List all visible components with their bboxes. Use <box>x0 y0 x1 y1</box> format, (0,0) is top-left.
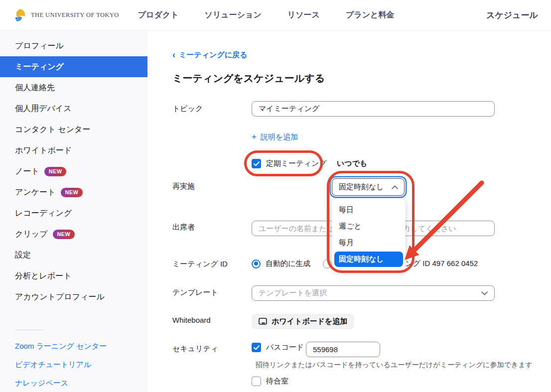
sidebar-link-knowledge-base[interactable]: ナレッジベース <box>15 374 107 392</box>
sidebar-item-personal-contacts[interactable]: 個人連絡先 <box>0 77 147 98</box>
passcode-label: パスコード <box>266 343 304 352</box>
sidebar-item-profile[interactable]: プロフィール <box>0 35 147 56</box>
passcode-help-text: 招待リンクまたはパスコードを持っているユーザーだけがミーティングに参加できます <box>256 361 533 370</box>
sidebar-link-video-tutorials[interactable]: ビデオチュートリアル <box>15 356 107 374</box>
passcode-input[interactable] <box>306 342 380 357</box>
sidebar-item-surveys[interactable]: アンケートNEW <box>0 182 147 203</box>
template-select[interactable]: テンプレートを選択 <box>252 285 495 301</box>
waiting-room-checkbox[interactable] <box>252 377 261 386</box>
check-icon <box>254 161 260 166</box>
template-label: テンプレート <box>172 288 218 297</box>
add-description-link[interactable]: + 説明を追加 <box>252 132 298 142</box>
ginkgo-leaf-icon <box>12 8 27 23</box>
meeting-id-auto-option[interactable]: 自動的に生成 <box>252 259 310 268</box>
sidebar-item-settings[interactable]: 設定 <box>0 245 147 265</box>
nav-plans-pricing[interactable]: プランと料金 <box>346 10 395 20</box>
sidebar-divider <box>15 330 44 330</box>
sidebar: プロフィール ミーティング 個人連絡先 個人用デバイス コンタクト センター ホ… <box>0 31 147 392</box>
top-header: THE UNIVERSITY OF TOKYO プロダクト ソリューション リソ… <box>0 0 551 31</box>
passcode-checkbox[interactable] <box>252 343 261 352</box>
sidebar-item-meetings[interactable]: ミーティング <box>0 56 147 77</box>
back-to-meetings-link[interactable]: ‹ ミーティングに戻る <box>172 50 247 60</box>
nav-products[interactable]: プロダクト <box>138 10 179 20</box>
radio-selected-icon[interactable] <box>252 260 261 268</box>
new-badge: NEW <box>53 230 75 239</box>
whiteboard-icon <box>259 318 267 325</box>
recurrence-option-monthly[interactable]: 毎月 <box>332 235 406 251</box>
new-badge: NEW <box>61 188 83 197</box>
sidebar-item-recordings[interactable]: レコーディング <box>0 203 147 224</box>
sidebar-item-reports[interactable]: 分析とレポート <box>0 265 147 286</box>
passcode-row: パスコード <box>252 343 304 352</box>
university-of-tokyo-logo[interactable]: THE UNIVERSITY OF TOKYO <box>12 8 119 23</box>
check-icon <box>254 345 260 350</box>
recurrence-dropdown-menu: 毎日 週ごと 毎月 固定時刻なし <box>332 198 406 270</box>
recurrence-option-daily[interactable]: 毎日 <box>332 202 406 218</box>
plus-icon: + <box>252 132 257 142</box>
nav-resources[interactable]: リソース <box>287 10 320 20</box>
topic-label: トピック <box>172 104 203 114</box>
sidebar-link-learning-center[interactable]: Zoom ラーニング センター <box>15 337 107 356</box>
attendees-label: 出席者 <box>172 223 195 232</box>
logo-text: THE UNIVERSITY OF TOKYO <box>31 11 119 19</box>
waiting-room-row: 待合室 <box>252 377 288 386</box>
sidebar-menu: プロフィール ミーティング 個人連絡先 個人用デバイス コンタクト センター ホ… <box>0 31 147 307</box>
recurrence-label: 再実施 <box>172 182 195 191</box>
nav-solutions[interactable]: ソリューション <box>205 10 262 20</box>
topic-input[interactable] <box>252 101 495 117</box>
chevron-down-icon <box>481 291 488 295</box>
anytime-label: いつでも <box>337 159 367 168</box>
radio-unselected-icon[interactable] <box>323 260 332 268</box>
sidebar-footer: Zoom ラーニング センター ビデオチュートリアル ナレッジベース <box>15 330 107 392</box>
recurring-meeting-checkbox[interactable] <box>252 159 261 168</box>
page-title: ミーティングをスケジュールする <box>172 72 325 85</box>
recurrence-option-no-fixed-time[interactable]: 固定時刻なし <box>334 252 403 267</box>
meeting-id-label: ミーティング ID <box>172 260 228 269</box>
chevron-left-icon: ‹ <box>172 51 175 59</box>
add-whiteboard-button[interactable]: ホワイトボードを追加 <box>252 314 354 329</box>
sidebar-item-contact-center[interactable]: コンタクト センター <box>0 119 147 140</box>
sidebar-item-notes[interactable]: ノートNEW <box>0 161 147 182</box>
security-label: セキュリティ <box>172 344 218 354</box>
whiteboard-label: Whiteboard <box>172 316 211 324</box>
new-badge: NEW <box>44 167 67 176</box>
recurring-meeting-label: 定期ミーティング <box>266 159 327 168</box>
header-right: スケジュール <box>486 9 538 21</box>
sidebar-item-whiteboard[interactable]: ホワイトボード <box>0 140 147 161</box>
zoom-schedule-page: THE UNIVERSITY OF TOKYO プロダクト ソリューション リソ… <box>0 0 551 392</box>
schedule-link[interactable]: スケジュール <box>486 10 538 20</box>
recurrence-dropdown-trigger[interactable]: 固定時刻なし <box>332 178 405 196</box>
waiting-room-label: 待合室 <box>266 377 288 386</box>
sidebar-item-personal-devices[interactable]: 個人用デバイス <box>0 98 147 119</box>
chevron-up-icon <box>392 185 398 189</box>
sidebar-item-clips[interactable]: クリップNEW <box>0 224 147 245</box>
main-content: ‹ ミーティングに戻る ミーティングをスケジュールする トピック + 説明を追加… <box>147 31 551 392</box>
sidebar-item-account-profile[interactable]: アカウントプロフィール <box>0 286 147 307</box>
recurrence-option-weekly[interactable]: 週ごと <box>332 218 406 235</box>
recurring-meeting-row: 定期ミーティング <box>252 159 327 168</box>
primary-nav: プロダクト ソリューション リソース プランと料金 <box>138 10 395 20</box>
